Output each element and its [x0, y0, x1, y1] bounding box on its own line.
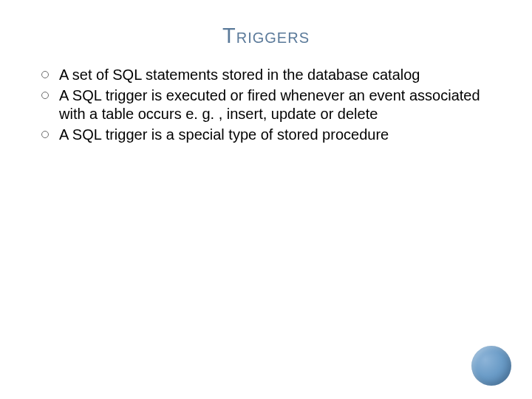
slide-title: Triggers [0, 0, 532, 66]
decorative-sphere-icon [471, 346, 511, 386]
bullet-icon [41, 92, 49, 99]
bullet-icon [41, 131, 49, 138]
slide: Triggers A set of SQL statements stored … [0, 0, 532, 399]
list-item: A SQL trigger is executed or fired whene… [41, 86, 502, 124]
list-item: A set of SQL statements stored in the da… [41, 66, 502, 85]
list-item: A SQL trigger is a special type of store… [41, 126, 502, 145]
bullet-icon [41, 71, 49, 78]
bullet-text: A SQL trigger is executed or fired whene… [59, 86, 502, 124]
slide-content: A set of SQL statements stored in the da… [0, 66, 532, 144]
bullet-text: A SQL trigger is a special type of store… [59, 126, 502, 145]
bullet-text: A set of SQL statements stored in the da… [59, 66, 502, 85]
